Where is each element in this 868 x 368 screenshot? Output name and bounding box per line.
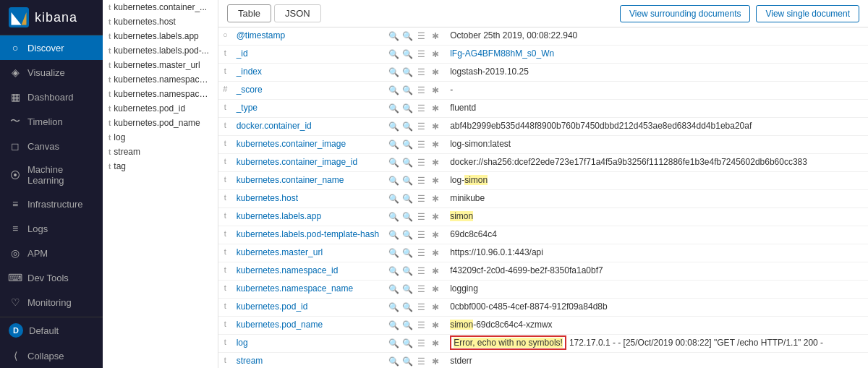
filter-minus-icon[interactable]: 🔍 bbox=[401, 338, 413, 349]
filter-exists-icon[interactable]: ✱ bbox=[430, 85, 441, 96]
filter-exists-icon[interactable]: ✱ bbox=[430, 229, 441, 241]
sidebar-item-logs[interactable]: ≡Logs bbox=[0, 216, 103, 241]
filter-plus-icon[interactable]: 🔍 bbox=[388, 338, 399, 349]
field-item-11[interactable]: ttag bbox=[103, 159, 218, 174]
sidebar-item-dev-tools[interactable]: ⌨Dev Tools bbox=[0, 265, 103, 290]
field-item-9[interactable]: tlog bbox=[103, 130, 218, 145]
filter-plus-icon[interactable]: 🔍 bbox=[388, 229, 399, 241]
filter-plus-icon[interactable]: 🔍 bbox=[388, 48, 399, 60]
column-toggle-icon[interactable]: ☰ bbox=[416, 139, 427, 150]
column-toggle-icon[interactable]: ☰ bbox=[416, 229, 427, 241]
sidebar-item-dashboard[interactable]: ▦Dashboard bbox=[0, 85, 103, 109]
filter-exists-icon[interactable]: ✱ bbox=[430, 320, 441, 331]
column-toggle-icon[interactable]: ☰ bbox=[416, 48, 427, 60]
column-toggle-icon[interactable]: ☰ bbox=[416, 85, 427, 96]
column-toggle-icon[interactable]: ☰ bbox=[416, 67, 427, 78]
filter-minus-icon[interactable]: 🔍 bbox=[401, 320, 413, 331]
column-toggle-icon[interactable]: ☰ bbox=[416, 157, 427, 168]
view-single-button[interactable]: View single document bbox=[756, 5, 859, 22]
filter-plus-icon[interactable]: 🔍 bbox=[388, 283, 399, 295]
filter-minus-icon[interactable]: 🔍 bbox=[401, 85, 413, 96]
column-toggle-icon[interactable]: ☰ bbox=[416, 247, 427, 259]
filter-exists-icon[interactable]: ✱ bbox=[430, 67, 441, 78]
filter-plus-icon[interactable]: 🔍 bbox=[388, 85, 399, 96]
sidebar-item-canvas[interactable]: ◻Canvas bbox=[0, 134, 103, 158]
column-toggle-icon[interactable]: ☰ bbox=[416, 320, 427, 331]
filter-minus-icon[interactable]: 🔍 bbox=[401, 247, 413, 259]
filter-exists-icon[interactable]: ✱ bbox=[430, 175, 441, 187]
filter-minus-icon[interactable]: 🔍 bbox=[401, 301, 413, 313]
filter-exists-icon[interactable]: ✱ bbox=[430, 283, 441, 295]
filter-minus-icon[interactable]: 🔍 bbox=[401, 121, 413, 132]
filter-exists-icon[interactable]: ✱ bbox=[430, 139, 441, 150]
field-item-7[interactable]: tkubernetes.pod_id bbox=[103, 101, 218, 116]
field-item-6[interactable]: tkubernetes.namespace_... bbox=[103, 87, 218, 101]
sidebar-item-apm[interactable]: ◎APM bbox=[0, 241, 103, 265]
filter-exists-icon[interactable]: ✱ bbox=[430, 247, 441, 259]
filter-exists-icon[interactable]: ✱ bbox=[430, 265, 441, 277]
field-item-2[interactable]: tkubernetes.labels.app bbox=[103, 29, 218, 43]
sidebar-item-infrastructure[interactable]: ≡Infrastructure bbox=[0, 192, 103, 216]
field-item-8[interactable]: tkubernetes.pod_name bbox=[103, 116, 218, 130]
filter-exists-icon[interactable]: ✱ bbox=[430, 193, 441, 205]
filter-plus-icon[interactable]: 🔍 bbox=[388, 139, 399, 150]
filter-plus-icon[interactable]: 🔍 bbox=[388, 247, 399, 259]
filter-plus-icon[interactable]: 🔍 bbox=[388, 211, 399, 223]
filter-exists-icon[interactable]: ✱ bbox=[430, 157, 441, 168]
filter-minus-icon[interactable]: 🔍 bbox=[401, 175, 413, 187]
column-toggle-icon[interactable]: ☰ bbox=[416, 30, 427, 42]
filter-exists-icon[interactable]: ✱ bbox=[430, 338, 441, 349]
column-toggle-icon[interactable]: ☰ bbox=[416, 283, 427, 295]
filter-plus-icon[interactable]: 🔍 bbox=[388, 103, 399, 114]
filter-minus-icon[interactable]: 🔍 bbox=[401, 30, 413, 42]
field-item-4[interactable]: tkubernetes.master_url bbox=[103, 58, 218, 72]
filter-plus-icon[interactable]: 🔍 bbox=[388, 193, 399, 205]
column-toggle-icon[interactable]: ☰ bbox=[416, 356, 427, 367]
filter-exists-icon[interactable]: ✱ bbox=[430, 30, 441, 42]
filter-plus-icon[interactable]: 🔍 bbox=[388, 157, 399, 168]
sidebar-item-visualize[interactable]: ◈Visualize bbox=[0, 60, 103, 85]
field-item-3[interactable]: tkubernetes.labels.pod-... bbox=[103, 43, 218, 58]
field-value-link[interactable]: lFg-AG4BFM88hM_s0_Wn bbox=[450, 48, 554, 59]
filter-minus-icon[interactable]: 🔍 bbox=[401, 229, 413, 241]
sidebar-item-discover[interactable]: ○Discover bbox=[0, 35, 103, 60]
sidebar-item-monitoring[interactable]: ♡Monitoring bbox=[0, 290, 103, 314]
field-item-1[interactable]: tkubernetes.host bbox=[103, 14, 218, 29]
column-toggle-icon[interactable]: ☰ bbox=[416, 265, 427, 277]
column-toggle-icon[interactable]: ☰ bbox=[416, 193, 427, 205]
filter-minus-icon[interactable]: 🔍 bbox=[401, 103, 413, 114]
field-item-0[interactable]: tkubernetes.container_... bbox=[103, 0, 218, 14]
filter-exists-icon[interactable]: ✱ bbox=[430, 121, 441, 132]
sidebar-item-timelion[interactable]: 〜Timelion bbox=[0, 109, 103, 134]
filter-minus-icon[interactable]: 🔍 bbox=[401, 356, 413, 367]
filter-plus-icon[interactable]: 🔍 bbox=[388, 301, 399, 313]
sidebar-user[interactable]: D Default bbox=[0, 317, 103, 343]
view-surrounding-button[interactable]: View surrounding documents bbox=[620, 5, 751, 22]
filter-minus-icon[interactable]: 🔍 bbox=[401, 67, 413, 78]
filter-minus-icon[interactable]: 🔍 bbox=[401, 48, 413, 60]
filter-plus-icon[interactable]: 🔍 bbox=[388, 175, 399, 187]
filter-plus-icon[interactable]: 🔍 bbox=[388, 265, 399, 277]
tab-json[interactable]: JSON bbox=[274, 4, 321, 22]
filter-exists-icon[interactable]: ✱ bbox=[430, 356, 441, 367]
filter-plus-icon[interactable]: 🔍 bbox=[388, 320, 399, 331]
column-toggle-icon[interactable]: ☰ bbox=[416, 121, 427, 132]
column-toggle-icon[interactable]: ☰ bbox=[416, 211, 427, 223]
filter-exists-icon[interactable]: ✱ bbox=[430, 301, 441, 313]
filter-exists-icon[interactable]: ✱ bbox=[430, 211, 441, 223]
filter-exists-icon[interactable]: ✱ bbox=[430, 48, 441, 60]
filter-minus-icon[interactable]: 🔍 bbox=[401, 139, 413, 150]
sidebar-item-machine-learning[interactable]: ⦿Machine Learning bbox=[0, 158, 103, 192]
tab-table[interactable]: Table bbox=[227, 4, 271, 22]
filter-minus-icon[interactable]: 🔍 bbox=[401, 193, 413, 205]
filter-plus-icon[interactable]: 🔍 bbox=[388, 30, 399, 42]
field-item-5[interactable]: tkubernetes.namespace_... bbox=[103, 72, 218, 87]
column-toggle-icon[interactable]: ☰ bbox=[416, 175, 427, 187]
filter-plus-icon[interactable]: 🔍 bbox=[388, 67, 399, 78]
filter-plus-icon[interactable]: 🔍 bbox=[388, 121, 399, 132]
filter-minus-icon[interactable]: 🔍 bbox=[401, 265, 413, 277]
filter-exists-icon[interactable]: ✱ bbox=[430, 103, 441, 114]
column-toggle-icon[interactable]: ☰ bbox=[416, 301, 427, 313]
filter-minus-icon[interactable]: 🔍 bbox=[401, 157, 413, 168]
column-toggle-icon[interactable]: ☰ bbox=[416, 103, 427, 114]
